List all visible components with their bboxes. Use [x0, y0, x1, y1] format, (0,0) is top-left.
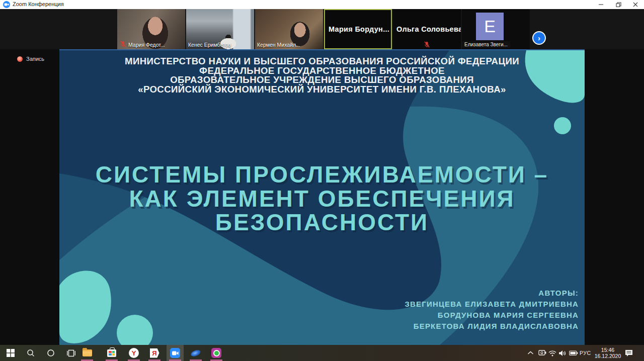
video-tile[interactable]: Ольга Соловьева [393, 9, 461, 49]
window-title: Zoom Конференция [13, 1, 64, 7]
participant-name: Елизавета Звеги... [462, 41, 510, 48]
participant-name: Кермен Михайл... [257, 42, 300, 48]
file-explorer-icon[interactable] [80, 345, 94, 361]
presentation-slide: МИНИСТЕРСТВО НАУКИ И ВЫСШЕГО ОБРАЗОВАНИЯ… [59, 50, 585, 345]
tray-battery-icon[interactable] [569, 345, 578, 361]
desktop: Zoom Конференция Мария Федо [0, 0, 644, 361]
start-button[interactable] [4, 345, 17, 361]
zoom-icon[interactable] [169, 345, 182, 361]
authors-label: АВТОРЫ: [405, 288, 579, 299]
tray-wifi-icon[interactable] [548, 345, 556, 361]
tray-date: 16.12.2020 [594, 353, 622, 359]
search-icon[interactable] [24, 345, 37, 361]
recording-dot-icon [17, 56, 23, 62]
participant-name: Ольга Соловьева [396, 25, 461, 33]
author-line: БОРДУНОВА МАРИЯ СЕРГЕЕВНА [405, 310, 579, 321]
blue-swoosh-app-icon[interactable] [189, 345, 202, 361]
shared-screen-area: Запись МИНИСТЕРСТВО НАУКИ И ВЫСШЕГО ОБРА… [0, 50, 644, 345]
close-button[interactable] [627, 0, 644, 9]
muted-mic-icon [424, 41, 430, 48]
tray-meet-now-icon[interactable] [538, 345, 546, 361]
recording-label: Запись [26, 56, 44, 62]
tray-language-indicator[interactable]: РУС [580, 345, 591, 361]
header-line: «РОССИЙСКИЙ ЭКОНОМИЧЕСКИЙ УНИВЕРСИТЕТ ИМ… [64, 85, 579, 95]
video-tile[interactable]: Кенес Еримбетов [186, 9, 254, 49]
participant-name: Мария Бордун... [329, 25, 389, 33]
participant-name: Кенес Еримбетов [188, 42, 231, 48]
action-center-icon[interactable] [625, 345, 633, 361]
tray-chevron-up-icon[interactable] [527, 345, 534, 361]
store-icon[interactable] [105, 345, 118, 361]
zoom-logo-icon [3, 1, 10, 8]
author-line: БЕРКЕТОВА ЛИДИЯ ВЛАДИСЛАВОВНА [405, 321, 579, 332]
title-line: БЕЗОПАСНОСТИ [59, 211, 585, 235]
muted-mic-icon [120, 41, 126, 47]
tray-volume-icon[interactable] [558, 345, 567, 361]
yandex-icon[interactable]: Я [148, 345, 161, 361]
author-line: ЗВЕГИНЦЕВА ЕЛИЗАВЕТА ДМИТРИЕВНА [405, 299, 579, 310]
task-view-icon[interactable] [64, 345, 77, 361]
tray-time: 15:46 [594, 347, 622, 353]
teal-circle-top-right [554, 117, 571, 134]
tray-clock[interactable]: 15:46 16.12.2020 [594, 347, 622, 359]
title-line: СИСТЕМЫ ПРОСЛЕЖИВАЕМОСТИ – [59, 163, 585, 187]
taskbar: Y Я [0, 345, 644, 361]
slide-authors: АВТОРЫ: ЗВЕГИНЦЕВА ЕЛИЗАВЕТА ДМИТРИЕВНА … [405, 288, 579, 332]
video-tile[interactable]: Мария Федот... [117, 9, 185, 49]
slide-title: СИСТЕМЫ ПРОСЛЕЖИВАЕМОСТИ – КАК ЭЛЕМЕНТ О… [59, 163, 585, 235]
participants-filmstrip: Мария Федот... Кенес Еримбетов Кермен Ми… [0, 9, 644, 49]
participant-name: Мария Федот... [128, 42, 165, 48]
yandex-browser-icon[interactable]: Y [127, 345, 140, 361]
header-line: ОБРАЗОВАТЕЛЬНОЕ УЧРЕЖДЕНИЕ ВЫСШЕГО ОБРАЗ… [64, 75, 579, 85]
avatar: E [476, 13, 504, 40]
recording-indicator: Запись [17, 56, 44, 62]
window-titlebar: Zoom Конференция [0, 0, 644, 9]
restore-button[interactable] [610, 0, 627, 9]
video-tile-active-speaker[interactable]: Мария Бордун... [324, 9, 392, 49]
header-line: МИНИСТЕРСТВО НАУКИ И ВЫСШЕГО ОБРАЗОВАНИЯ… [64, 57, 579, 66]
next-participants-button[interactable]: › [532, 31, 546, 45]
cortana-icon[interactable] [44, 345, 57, 361]
video-tile[interactable]: E Елизавета Звеги... [462, 9, 530, 49]
title-line: КАК ЭЛЕМЕНТ ОБЕСПЕЧЕНИЯ [59, 187, 585, 211]
minimize-button[interactable] [593, 0, 610, 9]
slide-header-text: МИНИСТЕРСТВО НАУКИ И ВЫСШЕГО ОБРАЗОВАНИЯ… [64, 57, 579, 94]
whatsapp-icon[interactable] [210, 345, 223, 361]
video-tile[interactable]: Кермен Михайл... [255, 9, 323, 49]
